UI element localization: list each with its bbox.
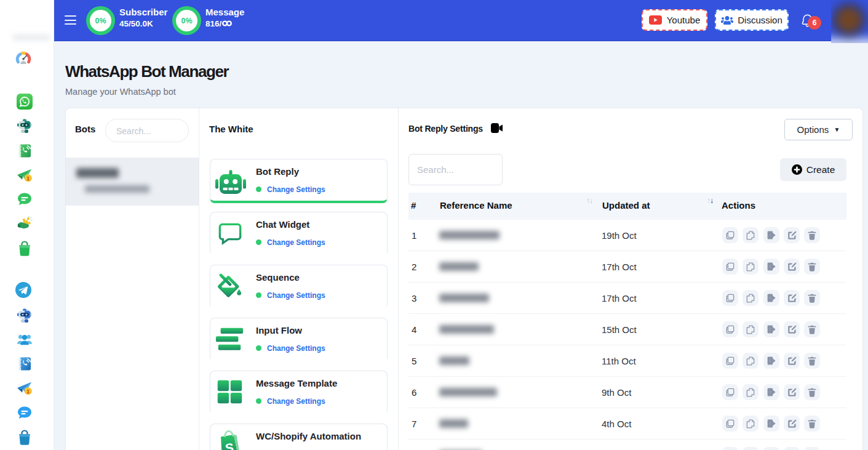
svg-text:1: 1 xyxy=(26,175,30,182)
svg-text:1: 1 xyxy=(26,388,30,395)
svg-text:S: S xyxy=(225,440,234,450)
